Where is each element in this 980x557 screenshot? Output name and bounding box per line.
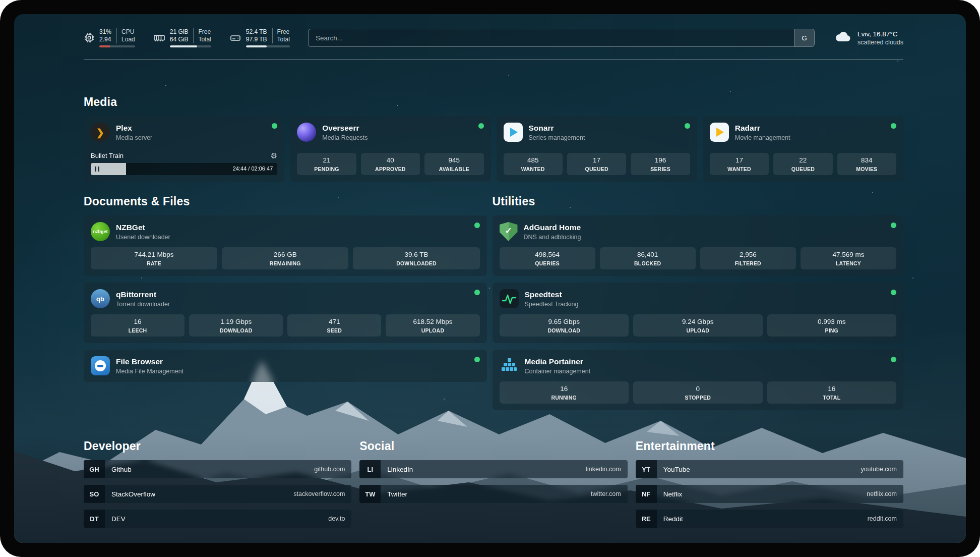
overseerr-icon bbox=[297, 123, 316, 142]
netflix-icon: NF bbox=[636, 485, 657, 503]
cpu-usage-bar bbox=[99, 45, 135, 47]
stat-queued: 17QUEUED bbox=[567, 153, 626, 175]
status-dot bbox=[478, 123, 484, 129]
ram-stick-icon bbox=[153, 32, 165, 43]
search-engine-button[interactable]: G bbox=[794, 29, 814, 46]
app-name: NZBGet bbox=[116, 223, 170, 232]
app-card-overseerr[interactable]: Overseerr Media Requests 21PENDING 40APP… bbox=[290, 116, 491, 182]
app-card-filebrowser[interactable]: File Browser Media File Management bbox=[84, 350, 487, 382]
app-card-adguard[interactable]: AdGuard Home DNS and adblocking 498,564Q… bbox=[493, 215, 904, 276]
memory-usage-bar bbox=[170, 45, 211, 47]
bookmark-netflix[interactable]: NF Netflix netflix.com bbox=[636, 485, 903, 503]
memory-total-label: Total bbox=[193, 36, 211, 43]
app-card-portainer[interactable]: Media Portainer Container management 16R… bbox=[493, 350, 904, 410]
bookmark-dev[interactable]: DT DEV dev.to bbox=[84, 510, 351, 528]
disk-widget: 52.4 TB Free 97.9 TB Total bbox=[229, 28, 290, 47]
bookmark-url: dev.to bbox=[328, 515, 345, 522]
app-name: Plex bbox=[116, 124, 152, 133]
background-stars bbox=[14, 14, 15, 15]
stat-filtered: 2,956FILTERED bbox=[700, 247, 796, 269]
app-name: Overseerr bbox=[322, 124, 368, 133]
system-stats: 31% CPU 2.94 Load bbox=[84, 28, 290, 47]
app-description: Usenet downloader bbox=[116, 234, 170, 241]
bookmark-name: Twitter bbox=[387, 490, 407, 498]
app-description: Container management bbox=[525, 368, 591, 375]
stat-total: 16TOTAL bbox=[767, 381, 897, 404]
app-card-plex[interactable]: Plex Media server Bullet Train ⚙ 24:44 / bbox=[84, 116, 284, 182]
bookmark-github[interactable]: GH Github github.com bbox=[84, 460, 351, 478]
disk-total-value: 97.9 TB bbox=[246, 36, 267, 43]
stat-latency: 47.569 msLATENCY bbox=[801, 247, 896, 269]
dashboard: 31% CPU 2.94 Load bbox=[14, 14, 966, 543]
app-description: Speedtest Tracking bbox=[525, 301, 579, 308]
bookmark-twitter[interactable]: TW Twitter twitter.com bbox=[359, 485, 627, 503]
settings-gear-icon[interactable]: ⚙ bbox=[271, 152, 277, 159]
app-card-qbittorrent[interactable]: qb qBittorrent Torrent downloader 16LEEC… bbox=[84, 283, 487, 343]
cpu-usage-value: 31% bbox=[99, 28, 111, 36]
status-dot bbox=[891, 290, 896, 295]
top-bar: 31% CPU 2.94 Load bbox=[84, 23, 903, 52]
bookmark-linkedin[interactable]: LI LinkedIn linkedin.com bbox=[359, 460, 627, 478]
status-dot bbox=[891, 123, 896, 129]
bookmark-stackoverflow[interactable]: SO StackOverflow stackoverflow.com bbox=[84, 485, 351, 503]
bookmark-reddit[interactable]: RE Reddit reddit.com bbox=[636, 510, 903, 528]
app-card-radarr[interactable]: Radarr Movie management 17WANTED 22QUEUE… bbox=[703, 116, 903, 182]
github-icon: GH bbox=[84, 460, 105, 478]
stat-approved: 40APPROVED bbox=[361, 153, 420, 175]
stat-upload: 9.24 GbpsUPLOAD bbox=[633, 314, 763, 337]
app-description: Torrent downloader bbox=[116, 301, 170, 308]
memory-widget: 21 GiB Free 64 GiB Total bbox=[153, 28, 211, 47]
stat-ping: 0.993 msPING bbox=[767, 314, 897, 337]
stat-available: 945AVAILABLE bbox=[424, 153, 483, 175]
app-name: AdGuard Home bbox=[524, 223, 581, 232]
app-name: qBittorrent bbox=[116, 290, 170, 299]
app-name: Sonarr bbox=[529, 124, 585, 133]
now-playing-title: Bullet Train bbox=[91, 152, 124, 159]
search-input[interactable] bbox=[308, 29, 815, 47]
youtube-icon: YT bbox=[636, 460, 657, 478]
bookmark-url: stackoverflow.com bbox=[293, 490, 345, 497]
now-playing: Bullet Train ⚙ 24:44 / 02:06:47 bbox=[91, 152, 277, 175]
bookmark-name: Netflix bbox=[663, 490, 683, 498]
cpu-load-value: 2.94 bbox=[99, 36, 111, 43]
linkedin-icon: LI bbox=[359, 460, 381, 478]
section-documents: Documents & Files nzbget NZBGet Usenet d… bbox=[84, 195, 487, 410]
adguard-shield-icon bbox=[500, 222, 518, 241]
cpu-usage-label: CPU bbox=[116, 28, 135, 36]
app-card-sonarr[interactable]: Sonarr Series management 485WANTED 17QUE… bbox=[497, 116, 697, 182]
section-title-documents: Documents & Files bbox=[84, 195, 487, 208]
stat-wanted: 485WANTED bbox=[504, 153, 563, 175]
cpu-load-label: Load bbox=[116, 36, 135, 43]
app-description: DNS and adblocking bbox=[524, 234, 581, 241]
bookmark-name: YouTube bbox=[663, 466, 690, 473]
filebrowser-icon bbox=[91, 356, 110, 375]
stat-movies: 834MOVIES bbox=[837, 153, 896, 175]
disk-free-label: Free bbox=[272, 28, 290, 36]
bookmark-url: netflix.com bbox=[867, 490, 897, 497]
app-description: Media Requests bbox=[322, 134, 368, 141]
playback-time: 24:44 / 02:06:47 bbox=[233, 165, 273, 172]
app-description: Movie management bbox=[735, 134, 790, 141]
section-utilities: Utilities AdGuard Home DNS and adblockin… bbox=[493, 195, 904, 410]
app-description: Media server bbox=[116, 134, 152, 141]
stat-seed: 471SEED bbox=[287, 314, 381, 337]
bookmark-name: LinkedIn bbox=[387, 466, 413, 473]
stat-wanted: 17WANTED bbox=[710, 153, 769, 175]
pause-icon[interactable] bbox=[95, 166, 99, 172]
header-divider bbox=[84, 60, 903, 60]
status-dot bbox=[891, 222, 896, 228]
status-dot bbox=[474, 290, 480, 295]
app-name: Radarr bbox=[735, 124, 790, 133]
cpu-widget: 31% CPU 2.94 Load bbox=[84, 28, 135, 47]
playback-progress-bar[interactable]: 24:44 / 02:06:47 bbox=[91, 163, 277, 175]
reddit-icon: RE bbox=[636, 510, 657, 528]
stat-download: 1.19 GbpsDOWNLOAD bbox=[189, 314, 283, 337]
bookmark-url: twitter.com bbox=[591, 490, 621, 497]
app-card-speedtest[interactable]: Speedtest Speedtest Tracking 9.65 GbpsDO… bbox=[493, 283, 904, 343]
stat-downloaded: 39.6 TBDOWNLOADED bbox=[353, 247, 479, 269]
bookmark-name: StackOverflow bbox=[111, 490, 155, 498]
radarr-icon bbox=[710, 123, 729, 142]
app-card-nzbget[interactable]: nzbget NZBGet Usenet downloader 744.21 M… bbox=[84, 215, 487, 276]
section-title-media: Media bbox=[84, 95, 903, 109]
bookmark-youtube[interactable]: YT YouTube youtube.com bbox=[636, 460, 903, 478]
